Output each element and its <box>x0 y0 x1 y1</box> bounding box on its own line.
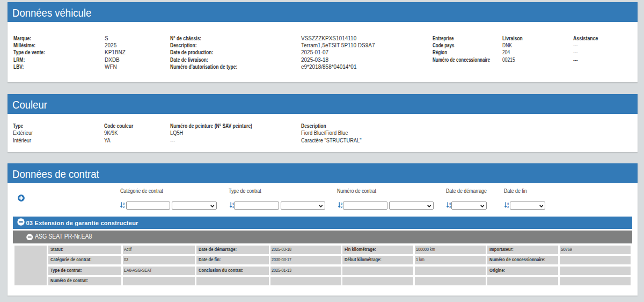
svg-text:9: 9 <box>123 202 125 205</box>
svg-text:9: 9 <box>507 202 509 205</box>
svg-text:2: 2 <box>341 205 342 208</box>
svg-text:2: 2 <box>449 205 451 208</box>
svg-text:2: 2 <box>123 205 125 208</box>
svg-text:9: 9 <box>449 202 451 205</box>
svg-text:9: 9 <box>341 202 342 205</box>
svg-text:2: 2 <box>507 205 509 208</box>
